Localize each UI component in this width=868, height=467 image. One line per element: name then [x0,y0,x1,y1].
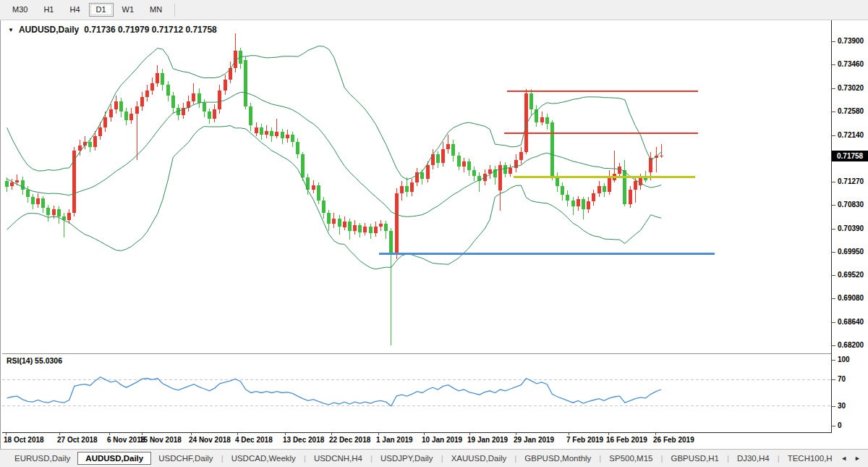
timeframe-button-D1[interactable]: D1 [89,3,114,17]
chart-tab-xauusd-daily[interactable]: XAUUSD,Daily [444,452,514,465]
price-tick-label: 0.70390 [838,224,864,232]
date-tick-label: 27 Oct 2018 [57,436,98,444]
chart-tab-gbpusd-h1[interactable]: GBPUSD,H1 [663,452,726,465]
chart-window[interactable]: ▼ AUDUSD,Daily 0.71736 0.71979 0.71712 0… [0,20,868,449]
toolbar-divider [174,4,175,17]
chart-tab-usdcad-weekly[interactable]: USDCAD,Weekly [224,452,303,465]
date-tick-label: 7 Feb 2019 [566,436,603,444]
date-tick-label: 13 Dec 2018 [283,436,324,444]
price-tick-label: 0.68640 [838,318,864,326]
timeframe-button-W1[interactable]: W1 [115,3,142,17]
chart-ohlc-values: 0.71736 0.71979 0.71712 0.71758 [84,25,217,35]
timeframe-button-H4[interactable]: H4 [62,3,87,17]
date-tick-label: 10 Jan 2019 [422,436,462,444]
price-chart-canvas[interactable] [2,20,831,353]
date-tick-label: 22 Dec 2018 [329,436,370,444]
chart-tab-gbpusd-monthly[interactable]: GBPUSD,Monthly [517,452,598,465]
price-tick-label: 0.69950 [838,248,864,256]
date-tick-label: 29 Jan 2019 [514,436,554,444]
trading-app: M30H1H4D1W1MN ▼ AUDUSD,Daily 0.71736 0.7… [0,0,868,467]
date-axis: 18 Oct 201827 Oct 20186 Nov 201815 Nov 2… [2,433,831,449]
timeframe-button-MN[interactable]: MN [142,3,169,17]
rsi-indicator-label: RSI(14) 55.0306 [7,356,62,365]
date-tick-label: 15 Nov 2018 [140,436,182,444]
chart-tab-audusd-daily[interactable]: AUDUSD,Daily [77,452,151,465]
symbol-tab-bar: EURUSD,DailyAUDUSD,DailyUSDCHF,Daily|USD… [0,449,868,467]
price-tick-label: 0.72140 [838,131,864,139]
chart-tab-tech100-h[interactable]: TECH100,H [780,452,840,465]
timeframe-toolbar: M30H1H4D1W1MN [0,0,868,20]
price-tick-label: 0.73020 [838,84,864,92]
date-tick-label: 16 Feb 2019 [606,436,647,444]
tab-scroll-right-icon[interactable]: ► [854,455,861,462]
date-tick-label: 19 Jan 2019 [467,436,508,444]
bollinger-bands-layer [7,46,662,269]
date-tick-label: 26 Feb 2019 [653,436,694,444]
chart-symbol-label: AUDUSD,Daily [19,25,79,35]
rsi-tick-label: 0 [838,421,842,429]
chart-tab-dj30-h4[interactable]: DJ30,H4 [730,452,777,465]
current-price-badge: 0.71758 [832,151,868,161]
rsi-tick-label: 70 [838,375,846,383]
date-tick-label: 18 Oct 2018 [4,436,44,444]
price-tick-label: 0.68200 [838,341,864,349]
price-tick-label: 0.73460 [838,60,864,68]
rsi-line [7,377,662,406]
chart-tab-sp500-m15[interactable]: SP500,M15 [602,452,660,465]
chart-title: ▼ AUDUSD,Daily 0.71736 0.71979 0.71712 0… [8,25,217,35]
rsi-indicator-canvas[interactable] [2,354,831,432]
price-tick-label: 0.69080 [838,294,864,302]
price-tick-label: 0.72580 [838,107,864,115]
rsi-tick-label: 100 [838,355,850,363]
price-tick-label: 0.69520 [838,271,864,279]
tab-scroll-left-icon[interactable]: ◄ [841,455,847,462]
price-tick-label: 0.70830 [838,201,864,209]
date-tick-label: 1 Jan 2019 [376,436,413,444]
candles-layer [5,33,663,345]
price-tick-label: 0.71270 [838,177,864,185]
chart-tab-eurusd-daily[interactable]: EURUSD,Daily [7,452,77,465]
timeframe-button-H1[interactable]: H1 [36,3,61,17]
chart-dropdown-icon[interactable]: ▼ [8,27,14,33]
chart-tab-usdcnh-h4[interactable]: USDCNH,H4 [307,452,370,465]
price-tick-label: 0.73900 [838,37,864,45]
date-tick-label: 4 Dec 2018 [235,436,273,444]
price-axis: 0.71758 0.739000.734600.730200.725800.72… [831,20,868,433]
chart-tab-usdchf-daily[interactable]: USDCHF,Daily [151,452,220,465]
timeframe-button-M30[interactable]: M30 [5,3,35,17]
tab-scroll-controls: ◄ ► [841,455,868,462]
date-tick-label: 24 Nov 2018 [189,436,231,444]
rsi-tick-label: 30 [838,402,846,410]
chart-tab-usdjpy-daily[interactable]: USDJPY,Daily [373,452,441,465]
